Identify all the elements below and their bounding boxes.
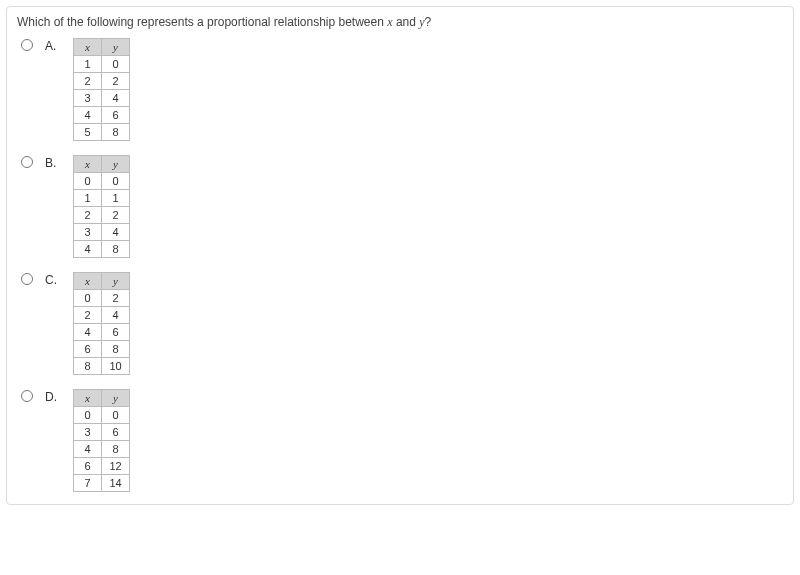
table-header-x: x [74, 390, 102, 407]
cell-y: 4 [102, 90, 130, 107]
cell-y: 4 [102, 224, 130, 241]
option-label-a: A. [45, 38, 63, 53]
question-text: Which of the following represents a prop… [17, 15, 783, 30]
cell-x: 7 [74, 475, 102, 492]
cell-y: 2 [102, 73, 130, 90]
radio-option-d[interactable] [21, 390, 33, 402]
cell-y: 0 [102, 173, 130, 190]
cell-x: 1 [74, 190, 102, 207]
cell-x: 6 [74, 341, 102, 358]
cell-y: 4 [102, 307, 130, 324]
cell-x: 3 [74, 90, 102, 107]
cell-x: 8 [74, 358, 102, 375]
cell-x: 2 [74, 307, 102, 324]
table-row: 48 [74, 241, 130, 258]
table-row: 22 [74, 207, 130, 224]
table-row: 36 [74, 424, 130, 441]
table-header-y: y [102, 39, 130, 56]
option-label-d: D. [45, 389, 63, 404]
cell-y: 8 [102, 241, 130, 258]
table-row: 612 [74, 458, 130, 475]
question-suffix: ? [425, 15, 432, 29]
option-label-b: B. [45, 155, 63, 170]
radio-option-a[interactable] [21, 39, 33, 51]
cell-x: 4 [74, 441, 102, 458]
cell-x: 3 [74, 224, 102, 241]
table-row: 02 [74, 290, 130, 307]
radio-wrap [21, 155, 35, 171]
table-header-x: x [74, 39, 102, 56]
cell-y: 6 [102, 107, 130, 124]
option-c: C. x y 02 24 46 68 810 [21, 272, 783, 375]
cell-x: 2 [74, 73, 102, 90]
table-header-x: x [74, 273, 102, 290]
cell-x: 0 [74, 290, 102, 307]
cell-x: 0 [74, 173, 102, 190]
table-header-x: x [74, 156, 102, 173]
cell-x: 2 [74, 207, 102, 224]
radio-wrap [21, 272, 35, 288]
table-row: 68 [74, 341, 130, 358]
table-row: 34 [74, 224, 130, 241]
table-header-y: y [102, 390, 130, 407]
cell-x: 4 [74, 107, 102, 124]
question-card: Which of the following represents a prop… [6, 6, 794, 505]
table-d: x y 00 36 48 612 714 [73, 389, 130, 492]
table-a: x y 10 22 34 46 58 [73, 38, 130, 141]
table-row: 10 [74, 56, 130, 73]
cell-y: 1 [102, 190, 130, 207]
table-row: 22 [74, 73, 130, 90]
cell-y: 10 [102, 358, 130, 375]
cell-x: 3 [74, 424, 102, 441]
cell-y: 8 [102, 341, 130, 358]
table-row: 48 [74, 441, 130, 458]
table-header-y: y [102, 156, 130, 173]
cell-x: 4 [74, 324, 102, 341]
table-row: 00 [74, 173, 130, 190]
table-row: 24 [74, 307, 130, 324]
table-row: 58 [74, 124, 130, 141]
options-container: A. x y 10 22 34 46 58 [17, 38, 783, 492]
table-row: 810 [74, 358, 130, 375]
table-b: x y 00 11 22 34 48 [73, 155, 130, 258]
table-c: x y 02 24 46 68 810 [73, 272, 130, 375]
cell-x: 6 [74, 458, 102, 475]
table-row: 34 [74, 90, 130, 107]
radio-option-b[interactable] [21, 156, 33, 168]
table-header-y: y [102, 273, 130, 290]
cell-y: 6 [102, 324, 130, 341]
cell-y: 2 [102, 207, 130, 224]
question-prefix: Which of the following represents a prop… [17, 15, 387, 29]
cell-y: 14 [102, 475, 130, 492]
cell-x: 5 [74, 124, 102, 141]
cell-x: 0 [74, 407, 102, 424]
option-a: A. x y 10 22 34 46 58 [21, 38, 783, 141]
table-row: 714 [74, 475, 130, 492]
question-mid: and [393, 15, 420, 29]
cell-y: 0 [102, 407, 130, 424]
cell-x: 1 [74, 56, 102, 73]
option-label-c: C. [45, 272, 63, 287]
radio-option-c[interactable] [21, 273, 33, 285]
cell-y: 8 [102, 441, 130, 458]
cell-y: 12 [102, 458, 130, 475]
cell-y: 0 [102, 56, 130, 73]
radio-wrap [21, 389, 35, 405]
radio-wrap [21, 38, 35, 54]
table-row: 11 [74, 190, 130, 207]
cell-y: 8 [102, 124, 130, 141]
option-d: D. x y 00 36 48 612 714 [21, 389, 783, 492]
option-b: B. x y 00 11 22 34 48 [21, 155, 783, 258]
table-row: 46 [74, 107, 130, 124]
cell-y: 2 [102, 290, 130, 307]
cell-y: 6 [102, 424, 130, 441]
cell-x: 4 [74, 241, 102, 258]
table-row: 46 [74, 324, 130, 341]
table-row: 00 [74, 407, 130, 424]
